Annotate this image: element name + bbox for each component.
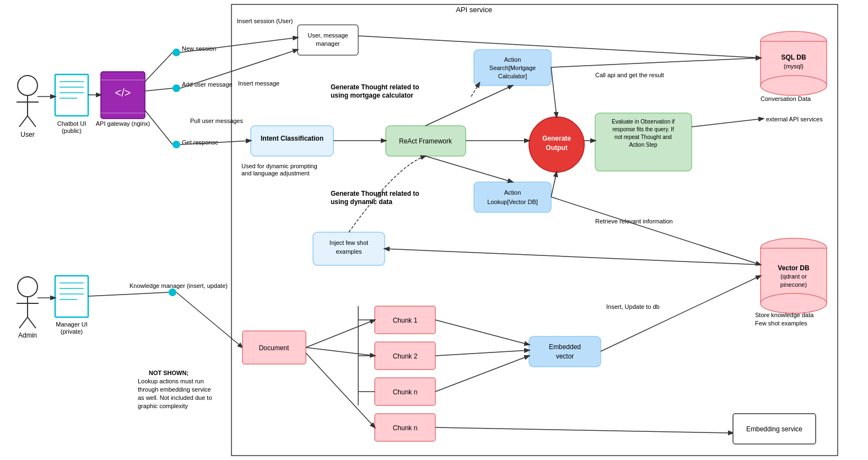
user-icon: User <box>17 76 39 138</box>
conversation-data-label: Conversation Data <box>761 95 811 102</box>
svg-text:Output: Output <box>546 144 567 152</box>
svg-text:(private): (private) <box>61 328 83 335</box>
svg-text:Few shot examples: Few shot examples <box>755 320 807 327</box>
svg-text:graphic complexity: graphic complexity <box>138 403 188 409</box>
pull-user-messages-label: Pull user messages <box>190 117 243 124</box>
svg-text:through embedding service: through embedding service <box>138 386 211 393</box>
svg-line-103 <box>435 320 529 345</box>
svg-text:Generate: Generate <box>542 135 571 142</box>
user-message-manager: User, message <box>308 32 348 39</box>
user-label: User <box>20 131 34 138</box>
react-framework: ReAct Framework <box>399 137 452 145</box>
admin-icon: Admin <box>17 277 39 339</box>
svg-line-93 <box>306 320 375 347</box>
store-knowledge-label: Store knowledge data <box>755 312 814 318</box>
svg-line-61 <box>551 58 761 67</box>
manager-ui: Manager UI (private) <box>55 276 88 335</box>
get-response-label: Get response <box>182 139 218 146</box>
diagram-container: API service User Chatbot UI (public) </>… <box>0 0 868 460</box>
svg-text:manager: manager <box>316 40 340 47</box>
svg-text:Manager UI: Manager UI <box>56 321 87 328</box>
svg-line-107 <box>601 276 761 351</box>
chunk1-label: Chunk 1 <box>393 317 418 324</box>
insert-session-label: Insert session (User) <box>237 18 293 24</box>
svg-point-86 <box>169 288 176 296</box>
svg-rect-101 <box>529 336 601 367</box>
svg-line-76 <box>19 317 28 328</box>
svg-line-23 <box>145 88 172 91</box>
document-label: Document <box>259 344 289 352</box>
svg-text:vector: vector <box>556 352 574 360</box>
svg-point-58 <box>761 76 827 95</box>
svg-line-88 <box>176 292 242 347</box>
svg-text:using mortgage calculator: using mortgage calculator <box>331 92 413 99</box>
svg-line-87 <box>88 292 169 296</box>
insert-update-label: Insert, Update to db <box>606 303 660 310</box>
svg-text:Search[Mortgage: Search[Mortgage <box>489 65 536 71</box>
svg-line-77 <box>28 317 36 328</box>
svg-text:API gateway (nginx): API gateway (nginx) <box>96 120 150 127</box>
chunkn-bottom-label: Chunk n <box>393 424 418 432</box>
external-api-label: external API services <box>766 116 823 122</box>
generate-thought-mortgage: Generate Thought related to <box>331 83 419 91</box>
api-service-title: API service <box>456 6 492 14</box>
svg-line-44 <box>425 85 513 126</box>
call-api-label: Call api and get the result <box>595 72 664 78</box>
svg-line-25 <box>145 110 172 145</box>
svg-text:as well. Not included due to: as well. Not included due to <box>138 394 212 401</box>
svg-text:not repeat Thought and: not repeat Thought and <box>614 134 672 140</box>
svg-line-5 <box>28 116 36 127</box>
action-lookup: Action <box>504 189 521 196</box>
svg-line-96 <box>306 353 375 427</box>
svg-text:Action Step: Action Step <box>629 142 657 148</box>
svg-text:response fits the query. If: response fits the query. If <box>612 126 674 132</box>
generate-thought-dynamic: Generate Thought related to <box>331 190 419 197</box>
svg-text:and language adjustment: and language adjustment <box>241 170 310 176</box>
svg-rect-6 <box>55 74 88 116</box>
chatbot-ui: Chatbot UI (public) <box>55 74 88 134</box>
svg-text:pinecone): pinecone) <box>780 281 807 288</box>
svg-point-1 <box>18 76 37 95</box>
knowledge-manager-label: Knowledge manager (insert, update) <box>130 282 228 289</box>
evaluate-observation: Evaluate in Observation if <box>612 119 675 125</box>
svg-text:using dynamic data: using dynamic data <box>331 198 392 206</box>
svg-point-22 <box>172 84 180 92</box>
svg-text:(qdrant or: (qdrant or <box>780 273 807 280</box>
vector-db-label: Vector DB <box>778 264 810 272</box>
svg-line-62 <box>692 119 763 127</box>
svg-line-21 <box>145 52 172 82</box>
svg-line-69 <box>551 197 761 265</box>
sql-db-label: SQL DB <box>781 54 806 61</box>
inject-few-shot: Inject few shot <box>330 239 368 246</box>
action-search: Action <box>504 56 521 63</box>
api-gateway: </> API gateway (nginx) <box>96 72 150 127</box>
svg-text:Calculator]: Calculator] <box>498 73 527 79</box>
not-shown-label: NOT SHOWN; <box>149 370 188 376</box>
admin-label: Admin <box>18 331 37 339</box>
svg-point-65 <box>761 293 827 313</box>
dynamic-prompting-label: Used for dynamic prompting <box>241 163 317 169</box>
svg-line-4 <box>19 116 28 127</box>
svg-point-24 <box>172 141 180 148</box>
svg-point-20 <box>172 49 180 56</box>
svg-text:</>: </> <box>115 87 131 99</box>
svg-point-73 <box>18 277 37 297</box>
svg-text:Lookup actions must run: Lookup actions must run <box>138 378 204 384</box>
insert-message-label: Insert message <box>238 80 279 87</box>
svg-line-106 <box>435 427 733 433</box>
svg-text:Chatbot UI: Chatbot UI <box>57 120 87 127</box>
svg-line-72 <box>385 249 761 265</box>
svg-line-105 <box>435 356 529 392</box>
chunkn-label: Chunk n <box>393 388 418 396</box>
add-user-message-label: Add user message <box>182 81 233 88</box>
svg-line-60 <box>358 36 761 58</box>
embedding-service-label: Embedding service <box>746 425 802 433</box>
svg-text:(public): (public) <box>62 127 82 134</box>
chunk2-label: Chunk 2 <box>393 352 418 360</box>
svg-rect-78 <box>55 276 88 317</box>
intent-classification: Intent Classification <box>261 135 324 142</box>
svg-line-47 <box>551 172 557 197</box>
svg-text:examples: examples <box>336 248 362 255</box>
svg-line-46 <box>551 67 557 117</box>
svg-text:Lookup[Vector DB]: Lookup[Vector DB] <box>487 199 538 205</box>
